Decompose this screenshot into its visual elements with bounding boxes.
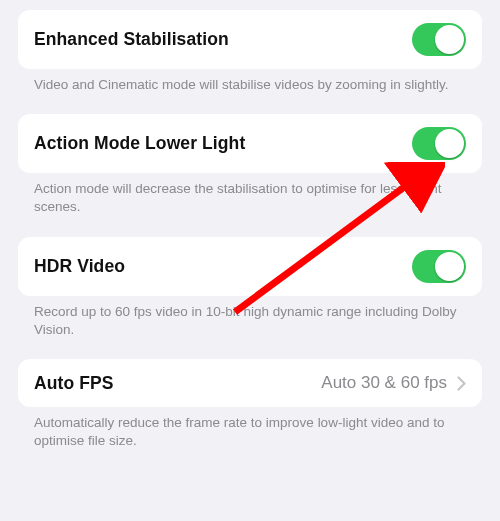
auto-fps-row[interactable]: Auto FPS Auto 30 & 60 fps [18, 359, 482, 407]
action-mode-group: Action Mode Lower Light Action mode will… [18, 114, 482, 216]
enhanced-stabilisation-title: Enhanced Stabilisation [34, 29, 229, 50]
hdr-video-footer: Record up to 60 fps video in 10-bit high… [18, 296, 482, 339]
toggle-knob [435, 25, 464, 54]
hdr-video-group: HDR Video Record up to 60 fps video in 1… [18, 237, 482, 339]
toggle-knob [435, 252, 464, 281]
toggle-knob [435, 129, 464, 158]
action-mode-title: Action Mode Lower Light [34, 133, 245, 154]
auto-fps-right: Auto 30 & 60 fps [321, 373, 466, 393]
auto-fps-title: Auto FPS [34, 373, 114, 394]
auto-fps-footer: Automatically reduce the frame rate to i… [18, 407, 482, 450]
auto-fps-group: Auto FPS Auto 30 & 60 fps Automatically … [18, 359, 482, 450]
chevron-right-icon [457, 376, 466, 391]
action-mode-row[interactable]: Action Mode Lower Light [18, 114, 482, 173]
enhanced-stabilisation-toggle[interactable] [412, 23, 466, 56]
hdr-video-toggle[interactable] [412, 250, 466, 283]
action-mode-footer: Action mode will decrease the stabilisat… [18, 173, 482, 216]
enhanced-stabilisation-row[interactable]: Enhanced Stabilisation [18, 10, 482, 69]
action-mode-toggle[interactable] [412, 127, 466, 160]
enhanced-stabilisation-footer: Video and Cinematic mode will stabilise … [18, 69, 482, 94]
hdr-video-title: HDR Video [34, 256, 125, 277]
auto-fps-value: Auto 30 & 60 fps [321, 373, 447, 393]
enhanced-stabilisation-group: Enhanced Stabilisation Video and Cinemat… [18, 10, 482, 94]
hdr-video-row[interactable]: HDR Video [18, 237, 482, 296]
